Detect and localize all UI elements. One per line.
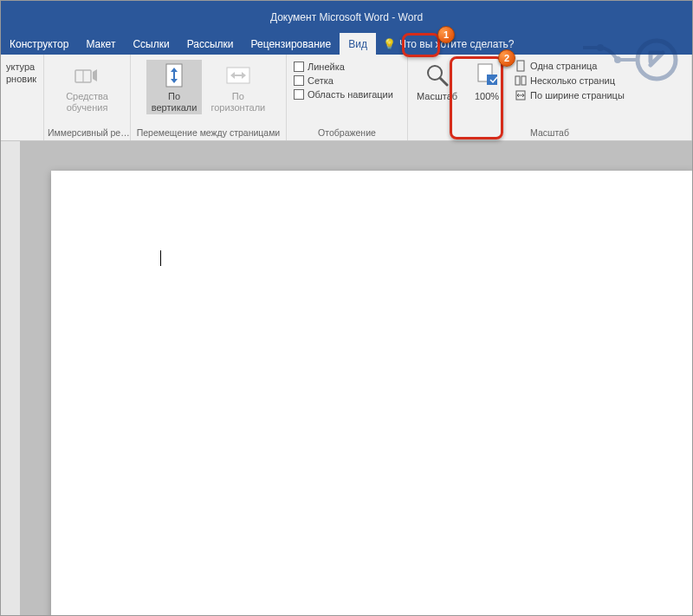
checkbox-icon	[294, 62, 304, 72]
group-immersive: Средства обучения Иммерсивный ре…	[44, 55, 131, 140]
group-page-movement-label: Перемещение между страницами	[131, 126, 286, 140]
svg-rect-7	[517, 61, 524, 71]
view-structure[interactable]: уктура	[6, 62, 36, 72]
tab-rassylki[interactable]: Рассылки	[178, 33, 243, 55]
svg-line-4	[440, 78, 447, 85]
checkbox-navpane[interactable]: Область навигации	[294, 89, 393, 100]
group-zoom: Масштаб 100% Одна страница	[408, 55, 692, 140]
view-draft[interactable]: рновик	[6, 74, 36, 84]
book-speaker-icon	[73, 62, 100, 89]
group-views: уктура рновик	[1, 55, 44, 140]
svg-rect-8	[515, 76, 520, 85]
multi-page-label: Несколько страниц	[530, 75, 615, 86]
zoom-button[interactable]: Масштаб	[411, 60, 463, 104]
checkbox-navpane-label: Область навигации	[308, 89, 393, 100]
step-marker-2: 2	[498, 49, 515, 67]
checkbox-grid[interactable]: Сетка	[294, 75, 393, 86]
horizontal-button[interactable]: По горизонтали	[205, 60, 270, 114]
tab-ssylki[interactable]: Ссылки	[124, 33, 178, 55]
ribbon-tabs: Конструктор Макет Ссылки Рассылки Реценз…	[1, 33, 692, 55]
page-100-icon	[473, 62, 501, 89]
one-page-label: Одна страница	[530, 61, 597, 71]
checkbox-icon	[294, 89, 304, 100]
learning-tools-label: Средства обучения	[66, 91, 108, 113]
vertical-label: По вертикали	[152, 91, 198, 113]
vertical-button[interactable]: По вертикали	[146, 60, 203, 114]
vertical-ruler[interactable]	[1, 141, 20, 615]
one-page-button[interactable]: Одна страница	[515, 60, 625, 72]
group-views-label	[1, 136, 43, 140]
document-page[interactable]	[51, 171, 693, 616]
checkbox-ruler[interactable]: Линейка	[294, 62, 393, 72]
svg-rect-9	[521, 76, 526, 85]
bulb-icon: 💡	[383, 38, 396, 50]
page-width-label: По ширине страницы	[530, 90, 625, 101]
window-title: Документ Microsoft Word - Word	[270, 11, 423, 23]
zoom-label: Масштаб	[417, 91, 457, 102]
zoom-100-label: 100%	[475, 91, 499, 102]
group-show-label: Отображение	[287, 126, 407, 140]
tab-konstruktor[interactable]: Конструктор	[1, 33, 77, 55]
checkbox-ruler-label: Линейка	[308, 62, 345, 72]
zoom-100-button[interactable]: 100%	[466, 60, 508, 104]
ribbon: уктура рновик Средства обучения Иммерсив…	[1, 55, 692, 141]
checkbox-grid-label: Сетка	[308, 75, 334, 86]
title-bar: Документ Microsoft Word - Word	[1, 1, 692, 33]
group-page-movement: По вертикали По горизонтали Перемещение …	[131, 55, 287, 140]
tab-maket[interactable]: Макет	[77, 33, 124, 55]
multi-page-icon	[515, 75, 527, 87]
horizontal-arrows-icon	[224, 62, 252, 89]
tell-me-label: Что вы хотите сделать?	[399, 38, 515, 50]
magnifier-icon	[424, 62, 451, 89]
vertical-arrows-icon	[160, 62, 188, 89]
page-width-button[interactable]: По ширине страницы	[515, 89, 625, 101]
tab-vid[interactable]: Вид	[340, 33, 376, 55]
document-workspace	[1, 141, 692, 615]
horizontal-label: По горизонтали	[210, 91, 265, 113]
learning-tools-button[interactable]: Средства обучения	[61, 60, 113, 114]
page-width-icon	[515, 89, 527, 101]
group-show: Линейка Сетка Область навигации Отображе…	[287, 55, 408, 140]
group-immersive-label: Иммерсивный ре…	[44, 126, 130, 140]
multi-page-button[interactable]: Несколько страниц	[515, 75, 625, 87]
one-page-icon	[515, 60, 527, 72]
step-marker-1: 1	[437, 26, 455, 43]
group-zoom-label: Масштаб	[408, 126, 691, 140]
checkbox-icon	[294, 75, 304, 86]
text-cursor	[160, 250, 161, 266]
tab-retsenz[interactable]: Рецензирование	[243, 33, 340, 55]
